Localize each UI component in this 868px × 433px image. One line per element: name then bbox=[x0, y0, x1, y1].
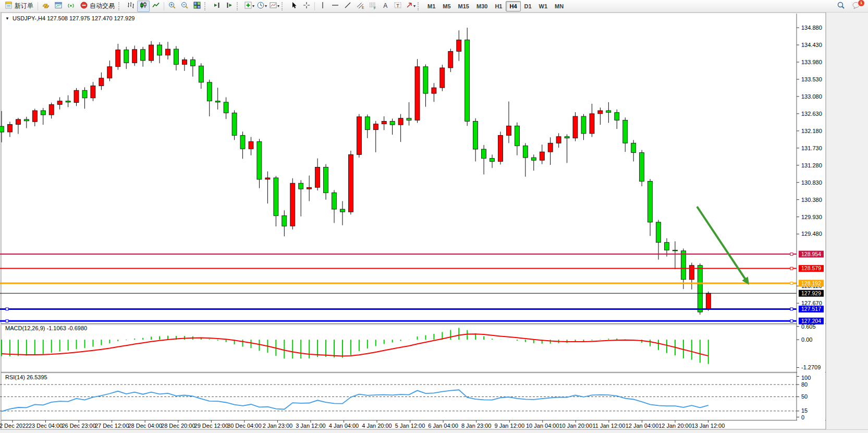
timeframe-M1[interactable]: M1 bbox=[424, 1, 439, 11]
line-handle[interactable] bbox=[6, 308, 8, 310]
bar-chart-button[interactable] bbox=[125, 1, 137, 12]
timeframe-D1[interactable]: D1 bbox=[521, 1, 535, 11]
candle-body bbox=[365, 117, 370, 130]
signals-button[interactable] bbox=[65, 1, 77, 12]
trendline-tool[interactable] bbox=[341, 1, 354, 12]
time-axis-label: 29 Dec 12:00 bbox=[194, 423, 228, 429]
time-axis-label: 27 Dec 12:00 bbox=[95, 423, 129, 429]
candlestick-chart-button[interactable] bbox=[137, 1, 150, 12]
crosshair-icon bbox=[302, 1, 311, 11]
candle-body bbox=[407, 118, 411, 121]
fibonacci-tool[interactable]: F bbox=[366, 1, 379, 12]
tile-windows-button[interactable] bbox=[191, 1, 203, 12]
time-axis-label: 4 Jan 20:00 bbox=[362, 423, 392, 429]
new-order-button[interactable]: 新订单 bbox=[2, 1, 36, 12]
price-tick-label: 127.670 bbox=[801, 300, 822, 306]
timeframe-H4[interactable]: H4 bbox=[506, 1, 520, 11]
timeframe-M15[interactable]: M15 bbox=[455, 1, 473, 11]
candle-body bbox=[573, 116, 578, 138]
time-axis-label: 23 Dec 04:00 bbox=[29, 423, 63, 429]
templates-dropdown[interactable]: ▾ bbox=[268, 1, 280, 12]
chevron-down-icon: ▾ bbox=[265, 4, 267, 8]
candles-chart-icon bbox=[139, 1, 148, 11]
indicators-dropdown[interactable]: ▾ bbox=[243, 1, 255, 12]
timeframe-H1[interactable]: H1 bbox=[491, 1, 506, 11]
candle-body bbox=[423, 67, 428, 93]
line-handle[interactable] bbox=[6, 320, 8, 322]
candle-body bbox=[473, 122, 478, 150]
shapes-icon bbox=[405, 1, 413, 11]
price-tick-label: 132.180 bbox=[801, 128, 822, 134]
chart-canvas[interactable]: 134.880134.430133.980133.530133.080132.6… bbox=[0, 0, 868, 433]
rsi-axis-label: 15 bbox=[801, 407, 808, 414]
toolbar-group-handle bbox=[237, 2, 241, 10]
auto-scroll-button[interactable] bbox=[211, 1, 223, 12]
periods-icon bbox=[256, 1, 265, 11]
line-handle[interactable] bbox=[790, 282, 793, 284]
arrows-tool-dropdown[interactable]: ▾ bbox=[404, 1, 417, 12]
channel-icon: E bbox=[356, 1, 364, 11]
candle-body bbox=[689, 266, 694, 280]
price-tick-label: 134.880 bbox=[801, 25, 822, 31]
timeframe-M30[interactable]: M30 bbox=[473, 1, 491, 11]
candle-body bbox=[665, 243, 669, 250]
price-tick-label: 133.530 bbox=[801, 76, 822, 82]
candle-body bbox=[340, 209, 345, 212]
time-axis-label: 30 Dec 04:00 bbox=[227, 423, 261, 429]
candle-body bbox=[457, 40, 461, 52]
line-handle[interactable] bbox=[790, 267, 793, 270]
price-line-label-text: 128.192 bbox=[801, 280, 821, 286]
new-order-button-label: 新订单 bbox=[15, 2, 33, 10]
macd-axis-label: -1.2709 bbox=[801, 364, 821, 370]
indicators-icon bbox=[244, 1, 252, 11]
rsi-axis-label: 80 bbox=[801, 381, 808, 388]
candle-body bbox=[506, 126, 511, 135]
candle-body bbox=[615, 113, 619, 121]
text-icon: A bbox=[381, 1, 389, 11]
horizontal-line-tool[interactable] bbox=[329, 1, 341, 12]
line-handle[interactable] bbox=[790, 320, 793, 322]
gold-button[interactable] bbox=[40, 1, 52, 12]
zoom-in-icon bbox=[168, 1, 176, 11]
candle-body bbox=[199, 66, 203, 82]
main-toolbar: 新订单自动交易▾▾▾EFAT▾M1M5M15M30H1H4D1W1MN1 bbox=[0, 0, 868, 13]
trendline-icon bbox=[344, 1, 352, 11]
timeframe-MN[interactable]: MN bbox=[551, 1, 567, 11]
text-tool[interactable]: A bbox=[379, 1, 392, 12]
candle-body bbox=[448, 52, 453, 68]
line-handle[interactable] bbox=[790, 308, 793, 310]
candle-body bbox=[656, 222, 661, 243]
status-bar bbox=[0, 429, 868, 433]
equidistant-channel-tool[interactable]: E bbox=[354, 1, 366, 12]
autotrading-button[interactable]: 自动交易 bbox=[77, 1, 117, 12]
line-handle[interactable] bbox=[790, 253, 793, 256]
zoom-in-button[interactable] bbox=[166, 1, 178, 12]
zoom-out-button[interactable] bbox=[178, 1, 191, 12]
time-axis-label: 10 Jan 20:00 bbox=[559, 423, 592, 429]
timeframe-M5[interactable]: M5 bbox=[439, 1, 454, 11]
time-axis-label: 11 Jan 12:00 bbox=[593, 423, 626, 429]
candle-body bbox=[190, 60, 195, 66]
candle-body bbox=[606, 111, 611, 113]
cursor-tool-button[interactable] bbox=[288, 1, 300, 12]
time-axis-label: 12 Jan 20:00 bbox=[658, 423, 692, 429]
candle-body bbox=[590, 114, 594, 134]
candle-body bbox=[157, 45, 162, 55]
search-button[interactable] bbox=[835, 1, 847, 12]
price-tick-label: 129.930 bbox=[801, 214, 822, 220]
market-watch-button[interactable] bbox=[52, 1, 65, 12]
timeframe-W1[interactable]: W1 bbox=[535, 1, 552, 11]
text-label-tool[interactable]: T bbox=[392, 1, 404, 12]
periods-dropdown[interactable]: ▾ bbox=[255, 1, 268, 12]
line-chart-button[interactable] bbox=[150, 1, 162, 12]
notifications-button[interactable]: 1 bbox=[850, 1, 863, 12]
crosshair-tool-button[interactable] bbox=[300, 1, 313, 12]
time-axis-label: 2 Jan 23:00 bbox=[263, 423, 293, 429]
candle-body bbox=[57, 101, 62, 105]
vertical-line-tool[interactable] bbox=[316, 1, 329, 12]
candle-body bbox=[174, 49, 178, 64]
price-line-label-text: 128.579 bbox=[801, 265, 821, 271]
time-axis-label: 5 Jan 12:00 bbox=[395, 423, 425, 429]
chart-shift-button[interactable] bbox=[223, 1, 236, 12]
candle-body bbox=[531, 158, 536, 160]
